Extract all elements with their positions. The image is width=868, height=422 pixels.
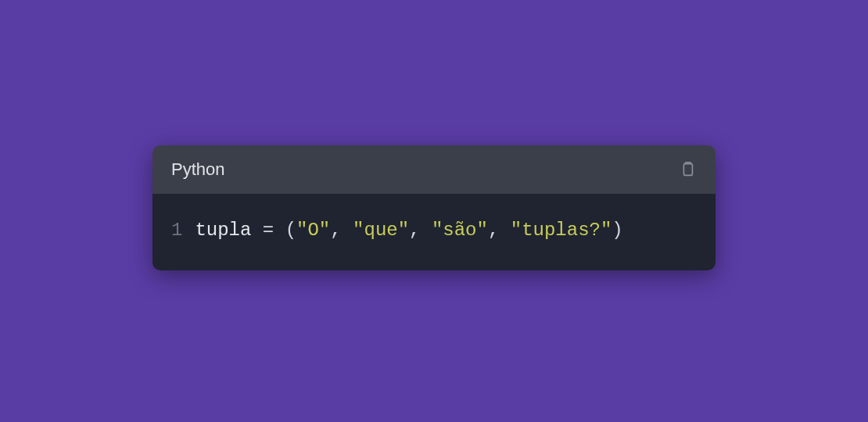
token-string: "são" [432, 220, 488, 241]
language-label: Python [171, 159, 225, 180]
token-comma: , [409, 220, 432, 241]
token-paren: ) [612, 220, 622, 241]
copy-button[interactable] [678, 160, 697, 179]
token-variable: tupla [195, 220, 251, 241]
token-comma: , [330, 220, 353, 241]
token-paren: ( [285, 220, 296, 241]
code-line: tupla = ("O", "que", "são", "tuplas?") [195, 217, 622, 244]
code-header: Python [152, 145, 716, 194]
code-body: 1 tupla = ("O", "que", "são", "tuplas?") [152, 194, 716, 270]
token-string: "O" [296, 220, 330, 241]
token-string: "que" [353, 220, 409, 241]
svg-rect-0 [683, 164, 692, 176]
clipboard-icon [679, 161, 696, 178]
token-string: "tuplas?" [511, 220, 612, 241]
token-comma: , [488, 220, 511, 241]
token-space [274, 220, 285, 241]
token-operator: = [263, 220, 274, 241]
line-number: 1 [171, 217, 182, 244]
token-space [251, 220, 262, 241]
code-block: Python 1 tupla = ("O", "que", "são", "tu… [152, 145, 716, 270]
